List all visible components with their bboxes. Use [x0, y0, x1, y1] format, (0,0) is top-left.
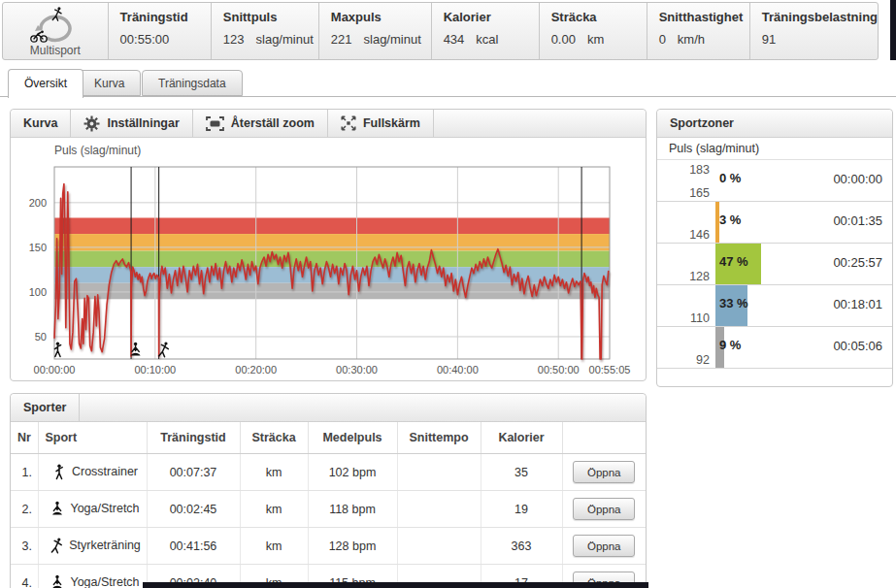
zone-row-5: 9 % 00:05:06 92: [657, 327, 892, 369]
yoga-icon: [51, 574, 63, 588]
oppna-button[interactable]: Öppna: [573, 498, 635, 520]
crosstrainer-icon: [53, 464, 65, 480]
logo-label: Multisport: [30, 44, 81, 57]
sporter-table: Nr Sport Träningstid Sträcka Medelpuls S…: [11, 422, 646, 588]
zone-row-3: 47 % 00:25:57 128: [657, 244, 892, 285]
x-axis-tick: 00:55:05: [589, 364, 631, 376]
y-axis-tick: 50: [35, 331, 47, 343]
y-axis-tick: 150: [29, 242, 47, 253]
zone-percent: 47 %: [719, 254, 748, 269]
kurva-toolbar: Kurva Inställningar: [11, 110, 646, 138]
hr-zone-band: [54, 234, 610, 250]
reset-zoom-icon: [206, 116, 224, 131]
table-row: 2. Yoga/Stretch 00:02:45 km 118 bpm 19 Ö…: [11, 491, 646, 528]
sportzoner-title: Sportzoner: [657, 110, 747, 137]
sporter-title: Sporter: [11, 394, 80, 421]
table-row: 3. Styrketräning 00:41:56 km 128 bpm 363…: [11, 528, 646, 565]
sportzoner-panel: Sportzoner Puls (slag/minut) 183 0 % 00:…: [656, 109, 893, 387]
y-axis-tick: 100: [29, 286, 47, 298]
zone-time: 00:05:06: [833, 339, 882, 353]
sporter-panel: Sporter Nr Sport Träningstid Sträcka Med…: [10, 393, 647, 588]
multisport-icon: [28, 6, 83, 43]
chart-title: Puls (slag/minut): [54, 144, 141, 157]
oppna-button[interactable]: Öppna: [573, 535, 635, 557]
kurva-panel: Kurva Inställningar: [10, 109, 647, 381]
stat-traningstid: Träningstid 00:55:00: [108, 3, 211, 59]
zone-row-4: 33 % 00:18:01 110: [657, 285, 892, 327]
fullscreen-icon: [341, 115, 356, 131]
yoga-icon: [51, 501, 63, 517]
stat-snittpuls: Snittpuls 123slag/minut: [211, 3, 318, 59]
zone-lower-limit: 128: [657, 270, 710, 283]
summary-bar: Multisport Träningstid 00:55:00 Snittpul…: [2, 2, 879, 60]
zone-row-1: 183 0 % 00:00:00 165: [657, 160, 892, 202]
tab-kurva[interactable]: Kurva: [78, 70, 141, 96]
zone-percent: 3 %: [719, 212, 741, 227]
app-window: Multisport Träningstid 00:55:00 Snittpul…: [0, 0, 896, 588]
kurva-panel-title: Kurva: [11, 110, 71, 137]
zone-lower-limit: 110: [657, 311, 710, 325]
zone-lower-limit: 165: [657, 186, 710, 200]
heart-rate-chart[interactable]: Puls (slag/minut)5010015020000:00:0000:1…: [11, 138, 646, 381]
zone-upper-limit: 183: [657, 163, 710, 177]
x-axis-tick: 00:00:00: [34, 364, 76, 376]
zone-row-2: 3 % 00:01:35 146: [657, 202, 892, 244]
zone-time: 00:00:00: [833, 172, 882, 186]
stat-traningsbelastning: Träningsbelastning 91: [749, 3, 878, 59]
x-axis-tick: 00:40:00: [437, 364, 479, 376]
stretch-icon: [50, 538, 62, 554]
multisport-logo: Multisport: [3, 3, 108, 59]
window-edge: [890, 0, 896, 60]
tab-oversikt[interactable]: Översikt: [8, 69, 83, 98]
stat-snitthastighet: Snitthastighet 0km/h: [647, 3, 749, 59]
aterstall-zoom-button[interactable]: Återställ zoom: [193, 110, 328, 137]
x-axis-tick: 00:30:00: [336, 364, 378, 376]
zone-percent: 0 %: [719, 171, 741, 185]
installningar-button[interactable]: Inställningar: [71, 110, 192, 137]
table-row: 1. Crosstrainer 00:07:37 km 102 bpm 35 Ö…: [11, 454, 646, 491]
stat-maxpuls: Maxpuls 221slag/minut: [318, 3, 431, 59]
x-axis-tick: 00:50:00: [538, 364, 580, 376]
zone-time: 00:01:35: [833, 213, 882, 228]
tab-traningsdata[interactable]: Träningsdata: [142, 70, 243, 96]
zone-time: 00:25:57: [833, 255, 882, 270]
stat-stracka: Sträcka 0.00km: [539, 3, 647, 59]
tabstrip-divider: [0, 96, 896, 97]
hr-zone-band: [54, 217, 610, 234]
stat-kalorier: Kalorier 434kcal: [431, 3, 539, 59]
sportzoner-subtitle: Puls (slag/minut): [657, 138, 892, 160]
zone-lower-limit: 92: [657, 353, 710, 367]
oppna-button[interactable]: Öppna: [573, 461, 635, 483]
gear-icon: [83, 115, 100, 132]
window-edge-bottom: [143, 582, 648, 588]
fullskarm-button[interactable]: Fullskärm: [328, 110, 434, 137]
x-axis-tick: 00:10:00: [134, 364, 176, 376]
zone-lower-limit: 146: [657, 228, 710, 242]
zone-time: 00:18:01: [833, 297, 882, 311]
x-axis-tick: 00:20:00: [235, 364, 277, 376]
zone-percent: 9 %: [719, 338, 741, 352]
table-header-row: Nr Sport Träningstid Sträcka Medelpuls S…: [11, 422, 646, 454]
stretch-icon: [159, 342, 169, 356]
sportzoner-footer: [657, 369, 892, 387]
yoga-icon: [131, 343, 141, 356]
zone-percent: 33 %: [719, 296, 748, 310]
y-axis-tick: 200: [29, 197, 47, 209]
crosstrainer-icon: [54, 343, 60, 357]
